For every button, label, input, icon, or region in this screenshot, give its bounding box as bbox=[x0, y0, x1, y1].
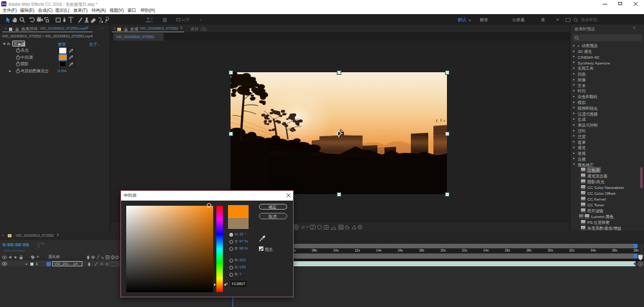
svg-text:fx: fx bbox=[101, 255, 105, 259]
